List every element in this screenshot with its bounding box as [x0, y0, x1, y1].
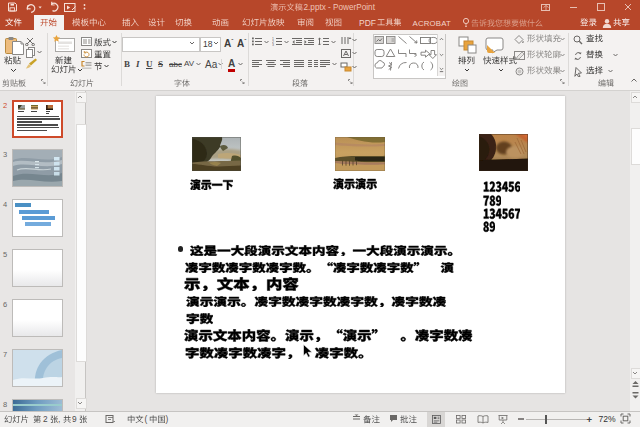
svg-text:3: 3 — [272, 43, 274, 46]
